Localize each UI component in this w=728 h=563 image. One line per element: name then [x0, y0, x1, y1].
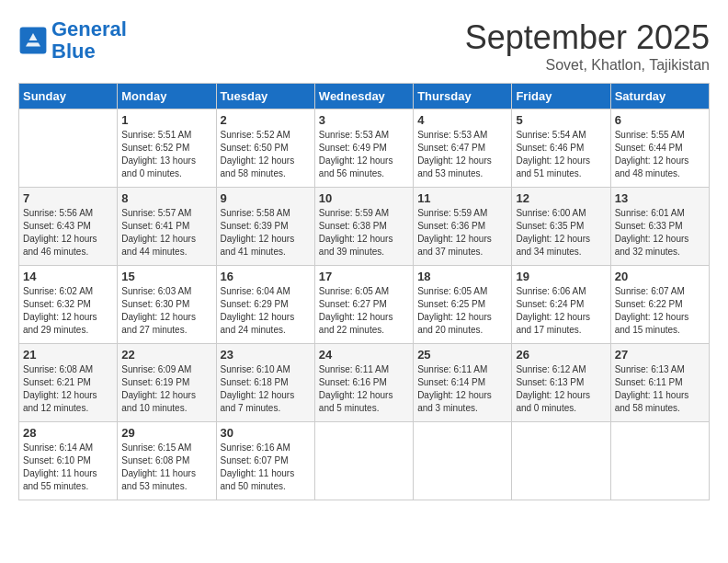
svg-rect-2: [24, 40, 41, 42]
day-info: Sunrise: 6:11 AM Sunset: 6:14 PM Dayligh…: [417, 363, 507, 415]
calendar-cell: [414, 422, 512, 500]
day-info: Sunrise: 6:05 AM Sunset: 6:27 PM Dayligh…: [319, 285, 409, 337]
day-number: 15: [121, 270, 211, 283]
calendar-cell: 3Sunrise: 5:53 AM Sunset: 6:49 PM Daylig…: [314, 109, 413, 188]
day-number: 4: [417, 113, 507, 127]
day-info: Sunrise: 6:14 AM Sunset: 6:10 PM Dayligh…: [23, 442, 113, 493]
day-info: Sunrise: 6:02 AM Sunset: 6:32 PM Dayligh…: [23, 285, 113, 337]
weekday-header: Tuesday: [216, 84, 314, 109]
weekday-header-row: SundayMondayTuesdayWednesdayThursdayFrid…: [19, 84, 710, 109]
logo-text: General Blue: [51, 18, 127, 63]
day-number: 22: [121, 348, 211, 362]
day-number: 26: [516, 348, 606, 362]
day-info: Sunrise: 6:13 AM Sunset: 6:11 PM Dayligh…: [615, 363, 705, 415]
calendar-cell: 14Sunrise: 6:02 AM Sunset: 6:32 PM Dayli…: [19, 266, 118, 344]
location-subtitle: Sovet, Khatlon, Tajikistan: [465, 57, 710, 74]
calendar-cell: 13Sunrise: 6:01 AM Sunset: 6:33 PM Dayli…: [610, 188, 709, 266]
weekday-header: Monday: [118, 84, 216, 109]
calendar-cell: 18Sunrise: 6:05 AM Sunset: 6:25 PM Dayli…: [414, 266, 512, 344]
calendar-cell: 9Sunrise: 5:58 AM Sunset: 6:39 PM Daylig…: [216, 188, 314, 266]
weekday-header: Saturday: [610, 84, 709, 109]
day-number: 13: [615, 191, 705, 205]
logo: General Blue: [18, 18, 127, 63]
weekday-header: Friday: [512, 84, 610, 109]
day-info: Sunrise: 6:00 AM Sunset: 6:35 PM Dayligh…: [516, 207, 606, 259]
day-info: Sunrise: 6:09 AM Sunset: 6:19 PM Dayligh…: [121, 363, 211, 415]
day-number: 9: [221, 191, 311, 205]
calendar-cell: 16Sunrise: 6:04 AM Sunset: 6:29 PM Dayli…: [216, 266, 314, 344]
day-number: 8: [121, 191, 211, 205]
calendar-week-row: 14Sunrise: 6:02 AM Sunset: 6:32 PM Dayli…: [19, 266, 710, 344]
day-info: Sunrise: 6:08 AM Sunset: 6:21 PM Dayligh…: [23, 363, 113, 415]
calendar-cell: 30Sunrise: 6:16 AM Sunset: 6:07 PM Dayli…: [216, 422, 314, 500]
calendar-cell: 21Sunrise: 6:08 AM Sunset: 6:21 PM Dayli…: [19, 344, 118, 422]
calendar-cell: 17Sunrise: 6:05 AM Sunset: 6:27 PM Dayli…: [314, 266, 413, 344]
weekday-header: Thursday: [414, 84, 512, 109]
day-number: 7: [23, 191, 113, 205]
day-number: 25: [417, 348, 507, 362]
page-header: General Blue September 2025 Sovet, Khatl…: [18, 18, 710, 74]
calendar-cell: 11Sunrise: 5:59 AM Sunset: 6:36 PM Dayli…: [414, 188, 512, 266]
day-info: Sunrise: 6:10 AM Sunset: 6:18 PM Dayligh…: [221, 363, 311, 415]
calendar-cell: 2Sunrise: 5:52 AM Sunset: 6:50 PM Daylig…: [216, 109, 314, 188]
calendar-week-row: 21Sunrise: 6:08 AM Sunset: 6:21 PM Dayli…: [19, 344, 710, 422]
day-number: 12: [516, 191, 606, 205]
calendar-cell: [19, 109, 118, 188]
calendar-cell: 6Sunrise: 5:55 AM Sunset: 6:44 PM Daylig…: [610, 109, 709, 188]
calendar-cell: 24Sunrise: 6:11 AM Sunset: 6:16 PM Dayli…: [314, 344, 413, 422]
day-info: Sunrise: 6:01 AM Sunset: 6:33 PM Dayligh…: [615, 207, 705, 259]
day-info: Sunrise: 5:59 AM Sunset: 6:36 PM Dayligh…: [417, 207, 507, 259]
calendar-cell: 4Sunrise: 5:53 AM Sunset: 6:47 PM Daylig…: [414, 109, 512, 188]
day-number: 14: [23, 270, 113, 283]
month-title: September 2025: [465, 18, 710, 57]
calendar-cell: 7Sunrise: 5:56 AM Sunset: 6:43 PM Daylig…: [19, 188, 118, 266]
day-info: Sunrise: 6:11 AM Sunset: 6:16 PM Dayligh…: [319, 363, 409, 415]
day-info: Sunrise: 5:56 AM Sunset: 6:43 PM Dayligh…: [23, 207, 113, 259]
calendar-cell: 5Sunrise: 5:54 AM Sunset: 6:46 PM Daylig…: [512, 109, 610, 188]
day-number: 6: [615, 113, 705, 127]
day-number: 20: [615, 270, 705, 283]
day-number: 28: [23, 426, 113, 440]
calendar-week-row: 7Sunrise: 5:56 AM Sunset: 6:43 PM Daylig…: [19, 188, 710, 266]
day-number: 2: [221, 113, 311, 127]
calendar-cell: 1Sunrise: 5:51 AM Sunset: 6:52 PM Daylig…: [118, 109, 216, 188]
day-info: Sunrise: 6:04 AM Sunset: 6:29 PM Dayligh…: [221, 285, 311, 337]
calendar-cell: 23Sunrise: 6:10 AM Sunset: 6:18 PM Dayli…: [216, 344, 314, 422]
day-number: 18: [417, 270, 507, 283]
weekday-header: Sunday: [19, 84, 118, 109]
day-info: Sunrise: 5:51 AM Sunset: 6:52 PM Dayligh…: [121, 129, 211, 180]
weekday-header: Wednesday: [314, 84, 413, 109]
calendar-cell: 26Sunrise: 6:12 AM Sunset: 6:13 PM Dayli…: [512, 344, 610, 422]
calendar-cell: 22Sunrise: 6:09 AM Sunset: 6:19 PM Dayli…: [118, 344, 216, 422]
calendar-cell: [512, 422, 610, 500]
day-info: Sunrise: 5:57 AM Sunset: 6:41 PM Dayligh…: [121, 207, 211, 259]
day-info: Sunrise: 6:12 AM Sunset: 6:13 PM Dayligh…: [516, 363, 606, 415]
calendar-cell: 29Sunrise: 6:15 AM Sunset: 6:08 PM Dayli…: [118, 422, 216, 500]
logo-icon: [18, 26, 48, 55]
calendar-cell: 19Sunrise: 6:06 AM Sunset: 6:24 PM Dayli…: [512, 266, 610, 344]
day-info: Sunrise: 5:53 AM Sunset: 6:47 PM Dayligh…: [417, 129, 507, 180]
day-number: 29: [121, 426, 211, 440]
day-info: Sunrise: 6:05 AM Sunset: 6:25 PM Dayligh…: [417, 285, 507, 337]
day-number: 19: [516, 270, 606, 283]
day-info: Sunrise: 6:03 AM Sunset: 6:30 PM Dayligh…: [121, 285, 211, 337]
day-info: Sunrise: 5:59 AM Sunset: 6:38 PM Dayligh…: [319, 207, 409, 259]
calendar-week-row: 28Sunrise: 6:14 AM Sunset: 6:10 PM Dayli…: [19, 422, 710, 500]
calendar-cell: 28Sunrise: 6:14 AM Sunset: 6:10 PM Dayli…: [19, 422, 118, 500]
day-number: 30: [221, 426, 311, 440]
day-info: Sunrise: 5:53 AM Sunset: 6:49 PM Dayligh…: [319, 129, 409, 180]
day-number: 21: [23, 348, 113, 362]
day-number: 24: [319, 348, 409, 362]
calendar-cell: 8Sunrise: 5:57 AM Sunset: 6:41 PM Daylig…: [118, 188, 216, 266]
calendar-cell: [610, 422, 709, 500]
day-number: 16: [221, 270, 311, 283]
day-info: Sunrise: 5:54 AM Sunset: 6:46 PM Dayligh…: [516, 129, 606, 180]
day-info: Sunrise: 5:58 AM Sunset: 6:39 PM Dayligh…: [221, 207, 311, 259]
day-info: Sunrise: 5:52 AM Sunset: 6:50 PM Dayligh…: [221, 129, 311, 180]
calendar-cell: 20Sunrise: 6:07 AM Sunset: 6:22 PM Dayli…: [610, 266, 709, 344]
calendar-cell: 10Sunrise: 5:59 AM Sunset: 6:38 PM Dayli…: [314, 188, 413, 266]
day-number: 27: [615, 348, 705, 362]
calendar-cell: 12Sunrise: 6:00 AM Sunset: 6:35 PM Dayli…: [512, 188, 610, 266]
day-number: 10: [319, 191, 409, 205]
day-number: 11: [417, 191, 507, 205]
